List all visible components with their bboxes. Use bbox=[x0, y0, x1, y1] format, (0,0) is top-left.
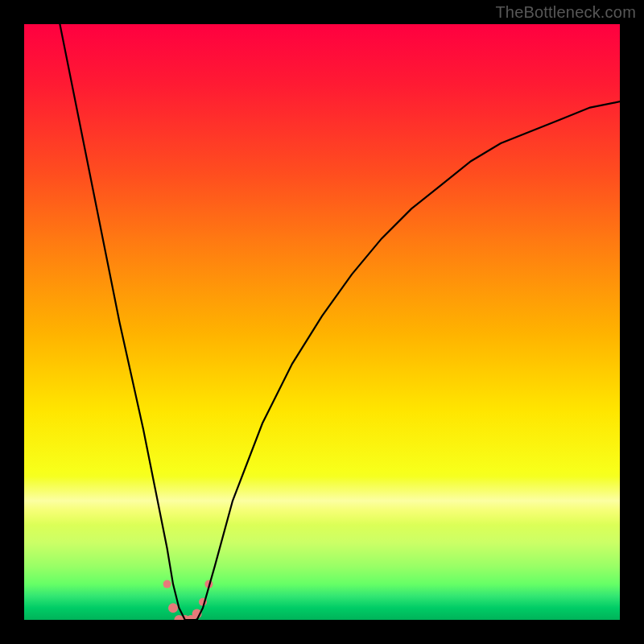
data-marker bbox=[163, 580, 171, 588]
bottleneck-curve bbox=[60, 24, 620, 620]
plot-area bbox=[24, 24, 620, 620]
curve-layer bbox=[24, 24, 620, 620]
watermark-text: TheBottleneck.com bbox=[495, 3, 636, 22]
chart-frame: TheBottleneck.com bbox=[0, 0, 644, 644]
data-marker bbox=[168, 603, 178, 613]
